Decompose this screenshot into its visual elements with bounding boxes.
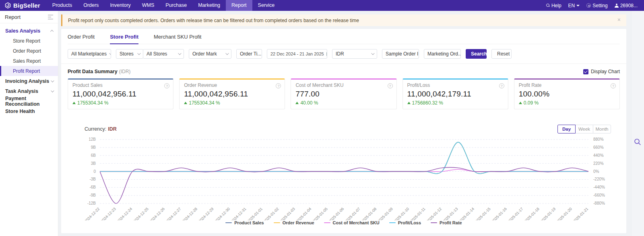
sidebar-item-payment-reconciliation[interactable]: Payment Reconciliation — [0, 96, 58, 106]
nav-item-wms[interactable]: WMS — [136, 0, 160, 11]
sidebar-item-sales-report[interactable]: Sales Report — [0, 56, 58, 66]
filter-select-all-marketplaces[interactable]: All Marketplaces — [68, 49, 111, 59]
sidebar-item-invoicing-analysis[interactable]: Invoicing Analysis — [0, 76, 58, 86]
legend-cost-of-merchant-sku[interactable]: Cost of Merchant SKU — [324, 220, 380, 225]
granularity-week[interactable]: Week — [575, 125, 593, 133]
user-id: 26908... — [620, 3, 638, 8]
delta-value: 1756860.32 % — [412, 100, 443, 106]
x-axis-label: 2025-01-05 — [312, 207, 328, 220]
nav-item-orders[interactable]: Orders — [78, 0, 104, 11]
sidebar-item-profit-report[interactable]: Profit Report — [0, 66, 58, 76]
select-value: Marketing Ord... — [427, 51, 461, 57]
delta-value: 0.09 % — [524, 100, 539, 106]
x-axis-label: 2025-01-14 — [458, 207, 475, 220]
search-icon — [546, 4, 550, 7]
x-axis-label: 2024-12-24 — [116, 207, 133, 220]
card-profit-rate: Profit Rate?100.00%0.09 % — [514, 78, 620, 109]
legend-profit-loss[interactable]: Profit/Loss — [389, 220, 421, 225]
card-delta: 1755304.34 % — [184, 100, 280, 106]
sidebar-item-sales-analysis[interactable]: Sales Analysis — [0, 26, 58, 36]
info-icon[interactable]: ? — [611, 83, 616, 88]
info-icon[interactable]: ? — [276, 83, 281, 88]
filter-select-all-stores[interactable]: All Stores — [143, 49, 184, 59]
tab-merchant-sku-profit[interactable]: Merchant SKU Profit — [154, 34, 202, 44]
arrow-up-icon — [407, 102, 411, 104]
filter-select-idr[interactable]: IDR — [332, 49, 377, 59]
info-icon[interactable]: ? — [499, 83, 504, 88]
x-axis-label: 2024-12-23 — [100, 207, 117, 220]
date-range-picker[interactable]: 22 Dec 2024 - 21 Jan 2025 — [267, 49, 327, 59]
sidebar-item-label: Payment Reconciliation — [5, 96, 53, 107]
info-icon[interactable]: ? — [388, 83, 393, 88]
nav-item-inventory[interactable]: Inventory — [104, 0, 136, 11]
x-axis-label: 2025-01-15 — [474, 207, 491, 220]
arrow-up-icon — [72, 102, 76, 104]
nav-item-products[interactable]: Products — [47, 0, 78, 11]
filter-select-stores[interactable]: Stores — [116, 49, 143, 59]
card-delta: 1756860.32 % — [407, 100, 504, 106]
brand-logo[interactable]: BigSeller — [0, 2, 47, 9]
x-axis-label: 2025-01-02 — [262, 207, 279, 220]
nav-item-purchase[interactable]: Purchase — [160, 0, 192, 11]
divider — [61, 64, 626, 64]
checkbox-checked-icon[interactable] — [583, 69, 588, 74]
date-range-value: 22 Dec 2024 - 21 Jan 2025 — [270, 51, 324, 56]
nav-item-report[interactable]: Report — [226, 0, 252, 11]
nav-item-marketing[interactable]: Marketing — [192, 0, 226, 11]
gear-icon — [586, 3, 591, 8]
language-selector[interactable]: EN — [568, 3, 580, 8]
close-icon[interactable]: × — [617, 17, 621, 23]
info-icon[interactable]: ? — [164, 83, 169, 88]
reset-button[interactable]: Reset — [491, 49, 512, 59]
select-value: Order Ti... — [240, 51, 261, 57]
calendar-icon — [326, 52, 327, 56]
card-title: Product Sales — [72, 82, 169, 88]
setting-button[interactable]: Setting — [586, 3, 607, 8]
series-order-revenue — [100, 142, 588, 174]
display-chart-toggle[interactable]: Display Chart — [583, 69, 620, 74]
select-value: Stores — [120, 51, 134, 57]
card-cost-of-merchant-sku: Cost of Merchant SKU?777.0040.00 % — [291, 78, 396, 109]
granularity-month[interactable]: Month — [593, 125, 611, 133]
sidebar-item-store-report[interactable]: Store Report — [0, 36, 58, 46]
left-axis-tick: 6B — [91, 153, 96, 158]
search-button[interactable]: Search — [466, 49, 487, 59]
x-axis-label: 2025-01-18 — [523, 207, 540, 220]
sidebar-item-store-health[interactable]: Store Health — [0, 106, 58, 116]
x-axis-label: 2024-12-31 — [230, 207, 247, 220]
left-axis-tick: 0 — [93, 169, 96, 174]
right-axis-tick: 660% — [593, 145, 604, 150]
card-title: Profit Rate — [519, 82, 615, 88]
sidebar-collapse-icon[interactable] — [48, 15, 53, 19]
filter-select-sample-order-i[interactable]: Sample Order I... — [382, 49, 419, 59]
filter-select-order-ti[interactable]: Order Ti... — [236, 49, 262, 59]
sidebar-item-task-analysis[interactable]: Task Analysis — [0, 86, 58, 96]
card-delta: 40.00 % — [295, 100, 392, 106]
left-axis-tick: 12B — [89, 137, 96, 142]
sidebar-item-order-report[interactable]: Order Report — [0, 46, 58, 56]
help-label: Help — [551, 3, 561, 8]
chart-zoom-button[interactable] — [634, 138, 641, 146]
x-axis-label: 2024-12-30 — [214, 207, 231, 220]
legend-product-sales[interactable]: Product Sales — [225, 220, 264, 225]
tab-store-profit[interactable]: Store Profit — [110, 34, 138, 44]
summary-header: Profit Data Summary (IDR) Display Chart — [68, 69, 620, 74]
notice-text: Profit report only counts completed orde… — [68, 18, 359, 23]
help-button[interactable]: Help — [546, 3, 561, 8]
card-title: Order Revenue — [184, 82, 280, 88]
user-menu[interactable]: 26908... — [615, 3, 638, 8]
chevron-down-icon — [51, 89, 54, 92]
filter-select-marketing-ord[interactable]: Marketing Ord... — [424, 49, 461, 59]
legend-profit-rate[interactable]: Profit Rate — [431, 220, 462, 225]
profit-line-chart: 12B880%9B660%6B440%3B220%00%-3B-220%-6B-… — [68, 135, 626, 220]
granularity-toggle: DayWeekMonth — [557, 125, 611, 133]
tab-order-profit[interactable]: Order Profit — [68, 34, 95, 44]
card-value: 11,000,042,956.11 — [184, 90, 280, 99]
granularity-day[interactable]: Day — [557, 125, 576, 133]
nav-item-service[interactable]: Service — [252, 0, 281, 11]
series-product-sales — [100, 142, 588, 174]
filter-select-order-mark[interactable]: Order Mark — [189, 49, 231, 59]
language-label: EN — [568, 3, 575, 8]
x-axis-label: 2025-01-09 — [377, 207, 394, 220]
legend-order-revenue[interactable]: Order Revenue — [274, 220, 314, 225]
